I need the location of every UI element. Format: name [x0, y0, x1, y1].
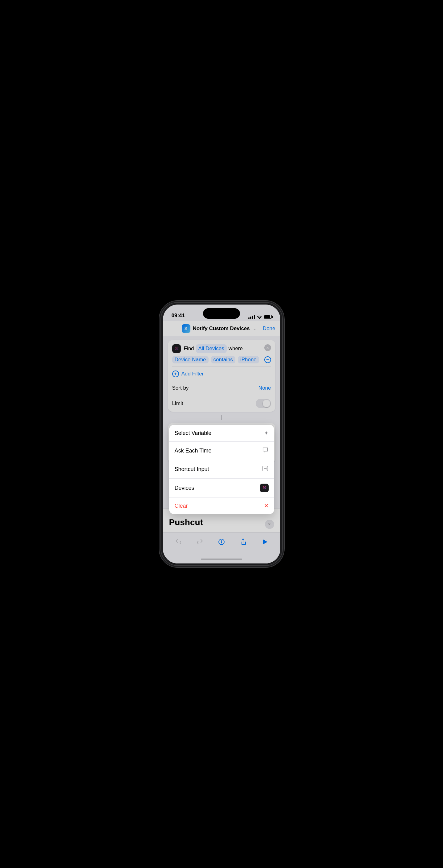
input-icon	[262, 465, 268, 473]
dynamic-island	[203, 308, 240, 319]
clear-icon: ✕	[264, 502, 268, 509]
dropdown-menu: Select Variable ✦ Ask Each Time Shortcut…	[169, 425, 274, 514]
devices-dropdown-label: Devices	[175, 485, 194, 491]
dropdown-item-clear[interactable]: Clear ✕	[169, 497, 274, 514]
ask-each-time-label: Ask Each Time	[175, 447, 212, 454]
clear-label: Clear	[175, 503, 188, 509]
dropdown-item-devices[interactable]: Devices ⌘	[169, 479, 274, 497]
shortcut-input-label: Shortcut Input	[175, 466, 209, 472]
dropdown-item-select-variable[interactable]: Select Variable ✦	[169, 425, 274, 442]
devices-shortcuts-icon: ⌘	[260, 484, 268, 492]
sparkle-icon: ✦	[264, 430, 268, 436]
dropdown-item-shortcut-input[interactable]: Shortcut Input	[169, 460, 274, 479]
select-variable-label: Select Variable	[175, 430, 212, 436]
message-icon	[262, 447, 268, 455]
dropdown-item-ask-each-time[interactable]: Ask Each Time	[169, 442, 274, 460]
